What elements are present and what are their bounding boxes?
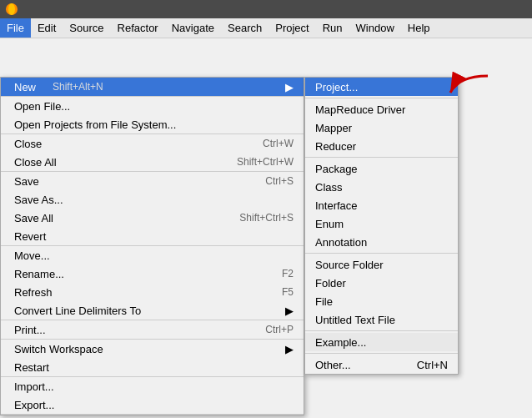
file-print-shortcut: Ctrl+P xyxy=(265,324,294,335)
file-section-move: Move... Rename... F2 Refresh F5 Convert … xyxy=(1,246,304,320)
menu-window[interactable]: Window xyxy=(349,18,401,38)
file-import-label: Import... xyxy=(14,380,54,393)
file-save[interactable]: Save Ctrl+S xyxy=(1,172,304,190)
new-interface-label: Interface xyxy=(315,199,358,212)
red-arrow-indicator xyxy=(442,72,492,113)
file-open-file-label: Open File... xyxy=(14,100,70,113)
file-section-close: Close Ctrl+W Close All Shift+Ctrl+W xyxy=(1,134,304,172)
file-save-all[interactable]: Save All Shift+Ctrl+S xyxy=(1,209,304,227)
file-section-import: Import... Export... xyxy=(1,377,304,415)
file-open-file[interactable]: Open File... xyxy=(1,97,304,115)
file-section-print: Print... Ctrl+P xyxy=(1,320,304,340)
new-class[interactable]: Class xyxy=(305,178,458,196)
new-file-label: File xyxy=(315,295,333,308)
file-save-shortcut: Ctrl+S xyxy=(265,175,294,187)
file-open-projects[interactable]: Open Projects from File System... xyxy=(1,115,304,133)
file-close-label: Close xyxy=(14,138,42,150)
file-new-arrow: ▶ xyxy=(285,81,294,93)
file-print[interactable]: Print... Ctrl+P xyxy=(1,320,304,339)
file-open-projects-label: Open Projects from File System... xyxy=(14,118,176,131)
file-close-shortcut: Ctrl+W xyxy=(263,138,294,149)
title-bar xyxy=(0,0,532,18)
file-rename-shortcut: F2 xyxy=(282,268,294,280)
file-revert[interactable]: Revert xyxy=(1,227,304,245)
file-rename-label: Rename... xyxy=(14,268,64,280)
file-restart[interactable]: Restart xyxy=(1,358,304,376)
file-print-label: Print... xyxy=(14,324,46,336)
new-package-label: Package xyxy=(315,163,358,175)
file-refresh[interactable]: Refresh F5 xyxy=(1,283,304,301)
new-mapper[interactable]: Mapper xyxy=(305,118,458,137)
submenu-divider-1 xyxy=(305,98,458,98)
new-other-label: Other... xyxy=(315,359,351,371)
file-export[interactable]: Export... xyxy=(1,395,304,414)
file-save-as-label: Save As... xyxy=(14,194,63,206)
file-refresh-label: Refresh xyxy=(14,286,53,299)
new-source-folder[interactable]: Source Folder xyxy=(305,255,458,274)
file-move[interactable]: Move... xyxy=(1,246,304,264)
new-project-label: Project... xyxy=(315,81,358,93)
file-close-all-shortcut: Shift+Ctrl+W xyxy=(237,156,294,168)
file-move-label: Move... xyxy=(14,249,50,262)
file-new-shortcut: Shift+Alt+N xyxy=(53,81,103,93)
file-switch-workspace-arrow: ▶ xyxy=(285,343,294,355)
file-new[interactable]: New Shift+Alt+N ▶ xyxy=(1,78,304,96)
file-switch-workspace-label: Switch Workspace xyxy=(14,343,103,355)
submenu-divider-4 xyxy=(305,330,458,331)
submenu-divider-5 xyxy=(305,353,458,354)
menu-bar: File Edit Source Refactor Navigate Searc… xyxy=(0,18,532,38)
menu-refactor[interactable]: Refactor xyxy=(111,18,165,38)
eclipse-icon xyxy=(5,3,18,16)
file-new-label: New xyxy=(14,81,36,93)
new-file[interactable]: File xyxy=(305,292,458,310)
new-interface[interactable]: Interface xyxy=(305,196,458,214)
file-switch-workspace[interactable]: Switch Workspace ▶ xyxy=(1,340,304,358)
file-close-all[interactable]: Close All Shift+Ctrl+W xyxy=(1,153,304,171)
file-section-open: Open File... Open Projects from File Sys… xyxy=(1,97,304,134)
file-convert-line-label: Convert Line Delimiters To xyxy=(14,305,141,317)
new-mapper-label: Mapper xyxy=(315,122,352,134)
menu-project[interactable]: Project xyxy=(269,18,315,38)
new-folder[interactable]: Folder xyxy=(305,274,458,292)
new-example-label: Example... xyxy=(315,336,366,349)
new-project[interactable]: Project... xyxy=(305,78,458,96)
file-refresh-shortcut: F5 xyxy=(282,286,294,298)
file-save-as[interactable]: Save As... xyxy=(1,190,304,209)
new-other[interactable]: Other... Ctrl+N xyxy=(305,355,458,374)
new-untitled-text-file-label: Untitled Text File xyxy=(315,314,395,326)
file-section-save: Save Ctrl+S Save As... Save All Shift+Ct… xyxy=(1,172,304,246)
new-reducer-label: Reducer xyxy=(315,140,356,153)
file-convert-line[interactable]: Convert Line Delimiters To ▶ xyxy=(1,301,304,320)
menu-help[interactable]: Help xyxy=(401,18,437,38)
new-annotation-label: Annotation xyxy=(315,236,367,249)
new-package[interactable]: Package xyxy=(305,159,458,178)
file-save-all-shortcut: Shift+Ctrl+S xyxy=(239,212,294,224)
svg-point-1 xyxy=(8,3,15,15)
new-submenu: Project... MapReduce Driver Mapper Reduc… xyxy=(304,77,459,375)
file-close[interactable]: Close Ctrl+W xyxy=(1,134,304,153)
new-annotation[interactable]: Annotation xyxy=(305,233,458,251)
new-enum-label: Enum xyxy=(315,218,344,230)
menu-run[interactable]: Run xyxy=(316,18,349,38)
file-close-all-label: Close All xyxy=(14,156,57,169)
menu-navigate[interactable]: Navigate xyxy=(165,18,221,38)
file-import[interactable]: Import... xyxy=(1,377,304,395)
new-enum[interactable]: Enum xyxy=(305,214,458,233)
file-save-label: Save xyxy=(14,175,39,188)
file-restart-label: Restart xyxy=(14,361,49,374)
menu-search[interactable]: Search xyxy=(221,18,269,38)
menu-file[interactable]: File xyxy=(0,18,31,38)
menu-edit[interactable]: Edit xyxy=(31,18,63,38)
menu-source[interactable]: Source xyxy=(63,18,110,38)
submenu-divider-2 xyxy=(305,157,458,158)
file-section-workspace: Switch Workspace ▶ Restart xyxy=(1,340,304,377)
new-untitled-text-file[interactable]: Untitled Text File xyxy=(305,310,458,329)
file-convert-line-arrow: ▶ xyxy=(285,305,294,317)
file-save-all-label: Save All xyxy=(14,212,53,224)
file-rename[interactable]: Rename... F2 xyxy=(1,264,304,283)
new-reducer[interactable]: Reducer xyxy=(305,137,458,155)
new-mapreduce-driver[interactable]: MapReduce Driver xyxy=(305,100,458,118)
submenu-divider-3 xyxy=(305,253,458,254)
file-revert-label: Revert xyxy=(14,230,46,243)
new-example[interactable]: Example... xyxy=(305,333,458,351)
